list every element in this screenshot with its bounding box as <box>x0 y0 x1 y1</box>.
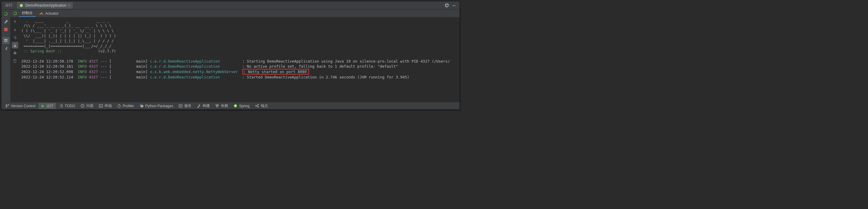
gear-icon[interactable] <box>444 3 449 8</box>
endpoints-icon <box>255 104 259 108</box>
run-subtabs: 控制台 Actuator <box>10 9 460 18</box>
print-icon[interactable] <box>12 50 18 56</box>
layout-button[interactable] <box>2 37 9 44</box>
rerun-button[interactable] <box>2 10 9 18</box>
deps-icon <box>215 104 219 108</box>
svg-rect-1 <box>453 5 456 6</box>
sb-label: Profiler <box>123 104 134 108</box>
scroll-down-icon[interactable] <box>12 26 18 33</box>
sb-services[interactable]: 服务 <box>176 103 194 109</box>
svg-rect-19 <box>218 104 219 106</box>
sb-label: Spring <box>239 104 250 108</box>
svg-rect-5 <box>4 41 7 42</box>
svg-rect-8 <box>14 52 16 53</box>
svg-point-11 <box>6 106 7 107</box>
svg-rect-2 <box>4 28 7 31</box>
sb-profiler[interactable]: Profiler <box>115 103 137 109</box>
svg-point-24 <box>257 106 259 107</box>
svg-point-10 <box>6 104 7 105</box>
sb-problems[interactable]: 问题 <box>78 103 96 109</box>
svg-point-23 <box>257 104 259 105</box>
wrench-button[interactable] <box>2 18 9 25</box>
sb-label: 构建 <box>203 103 210 108</box>
info-icon <box>81 104 85 108</box>
console-toolbar <box>10 18 20 102</box>
sb-label: 端点 <box>261 103 268 108</box>
sb-terminal[interactable]: 终端 <box>96 103 114 109</box>
run-label: 运行: <box>3 3 15 8</box>
console-output[interactable]: . ____ _ __ _ _ /\\ / ___'_ __ _ _(_)_ _… <box>20 18 460 102</box>
run-configuration-name: DemoReactiveApplication <box>25 3 66 7</box>
status-bar: Version Control 运行 TODO 问题 终端 Profiler P… <box>1 102 460 109</box>
svg-rect-18 <box>216 104 217 106</box>
python-icon <box>140 104 144 108</box>
stop-button[interactable] <box>2 26 9 33</box>
sb-endpoints[interactable]: 端点 <box>253 103 270 109</box>
minimize-icon[interactable] <box>452 3 457 8</box>
sb-run[interactable]: 运行 <box>38 103 56 109</box>
svg-rect-16 <box>99 104 102 107</box>
svg-rect-3 <box>4 39 7 40</box>
sb-build[interactable]: 构建 <box>194 103 212 109</box>
tab-actuator[interactable]: Actuator <box>36 11 62 16</box>
svg-point-17 <box>118 105 121 107</box>
svg-rect-6 <box>13 46 16 47</box>
sb-todo[interactable]: TODO <box>57 103 77 109</box>
console-wrap: . ____ _ __ _ _ /\\ / ___'_ __ _ _(_)_ _… <box>10 18 460 102</box>
pin-button[interactable] <box>2 45 9 52</box>
scroll-to-end-icon[interactable] <box>12 42 18 48</box>
svg-rect-20 <box>217 106 218 107</box>
svg-rect-14 <box>83 106 83 107</box>
play-icon <box>41 104 45 108</box>
sb-python-packages[interactable]: Python Packages <box>137 103 176 109</box>
ide-frame: 运行: DemoReactiveApplication × <box>1 1 460 109</box>
run-tool-titlebar: 运行: DemoReactiveApplication × <box>1 1 460 9</box>
services-icon <box>179 104 183 108</box>
sb-label: 终端 <box>104 103 112 108</box>
tab-console[interactable]: 控制台 <box>19 10 36 17</box>
spring-icon <box>234 104 238 108</box>
hammer-icon <box>197 104 201 108</box>
actuator-label: Actuator <box>45 11 59 15</box>
branch-icon <box>5 104 9 108</box>
sb-label: Python Packages <box>145 104 173 108</box>
run-main: 控制台 Actuator . ____ <box>10 9 460 102</box>
sb-label: 依赖 <box>221 103 228 108</box>
svg-point-12 <box>8 104 9 105</box>
sb-label: 运行 <box>46 103 54 108</box>
sb-label: TODO <box>65 104 75 108</box>
run-tool-body: 控制台 Actuator . ____ <box>1 9 460 102</box>
profiler-icon <box>117 104 121 108</box>
todo-icon <box>59 104 63 108</box>
sb-label: Version Control <box>11 104 35 108</box>
spring-boot-icon <box>19 3 23 7</box>
soft-wrap-icon[interactable] <box>12 34 18 41</box>
close-icon[interactable]: × <box>68 3 70 7</box>
svg-point-22 <box>255 105 256 107</box>
actuator-icon <box>39 11 43 15</box>
svg-rect-4 <box>4 40 7 41</box>
restart-icon[interactable] <box>12 10 18 17</box>
svg-rect-9 <box>14 54 16 55</box>
sb-version-control[interactable]: Version Control <box>3 103 38 109</box>
run-configuration-tab[interactable]: DemoReactiveApplication × <box>17 2 72 9</box>
run-left-toolbar <box>1 9 10 102</box>
sb-spring[interactable]: Spring <box>231 103 252 109</box>
separator <box>3 35 9 35</box>
scroll-up-icon[interactable] <box>12 19 18 25</box>
sb-label: 问题 <box>86 103 94 108</box>
svg-rect-15 <box>83 105 83 105</box>
terminal-icon <box>99 104 103 108</box>
sb-dependencies[interactable]: 依赖 <box>213 103 230 109</box>
sb-label: 服务 <box>184 103 191 108</box>
trash-icon[interactable] <box>12 58 18 64</box>
